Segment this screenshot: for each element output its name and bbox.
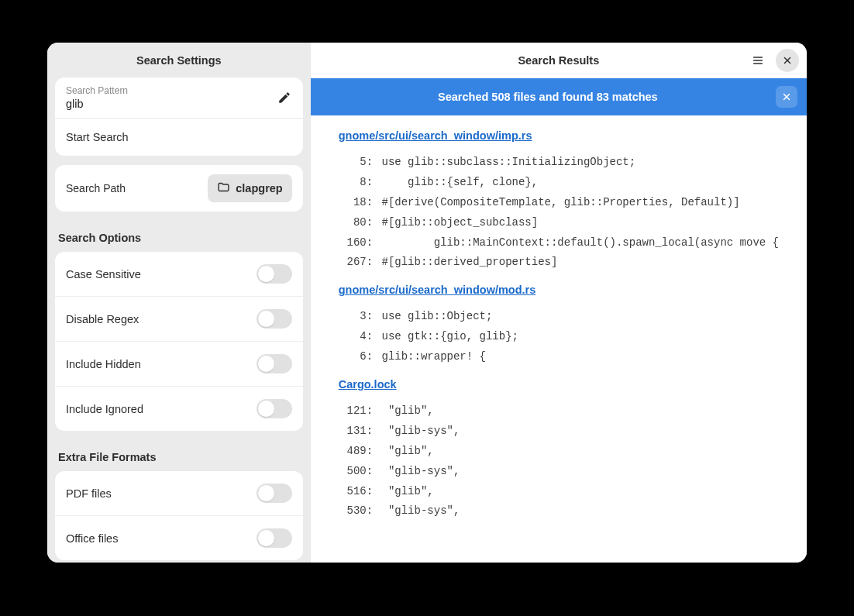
window-close-button[interactable] bbox=[776, 49, 799, 72]
main-panel: Search Results Searched 508 files and fo… bbox=[311, 43, 807, 563]
options-row: Include Hidden bbox=[55, 342, 303, 387]
match-text: "glib", bbox=[382, 482, 434, 502]
option-label: Include Ignored bbox=[66, 403, 143, 415]
match-line[interactable]: 18: #[derive(CompositeTemplate, glib::Pr… bbox=[339, 193, 779, 213]
match-text: "glib", bbox=[382, 442, 434, 462]
options-row: Disable Regex bbox=[55, 297, 303, 342]
hamburger-menu-button[interactable] bbox=[746, 49, 770, 72]
line-number: 500 bbox=[339, 462, 367, 482]
option-label: PDF files bbox=[66, 487, 112, 500]
sidebar-title: Search Settings bbox=[47, 43, 311, 77]
match-text: #[derive(CompositeTemplate, glib::Proper… bbox=[382, 193, 740, 213]
extra-row: Office files bbox=[55, 516, 303, 560]
toggle-switch[interactable] bbox=[257, 264, 292, 284]
match-line[interactable]: 500: "glib-sys", bbox=[339, 462, 779, 482]
line-number: 18 bbox=[339, 193, 367, 213]
line-number: 267 bbox=[339, 253, 367, 273]
main-header: Search Results bbox=[311, 43, 807, 78]
line-number: 80 bbox=[339, 213, 367, 233]
line-number: 6 bbox=[339, 347, 367, 367]
search-path-value: clapgrep bbox=[236, 182, 282, 194]
match-text: "glib-sys", bbox=[382, 501, 460, 521]
search-path-label: Search Path bbox=[66, 182, 126, 194]
search-options-title: Search Options bbox=[55, 221, 303, 252]
match-text: use gtk::{gio, glib}; bbox=[382, 327, 518, 347]
sidebar-content: Search Pattern Start Search Search Path bbox=[47, 77, 311, 563]
search-pattern-label: Search Pattern bbox=[66, 85, 277, 96]
line-number: 160 bbox=[339, 233, 367, 253]
match-text: use glib::subclass::InitializingObject; bbox=[382, 153, 636, 173]
results-list[interactable]: gnome/src/ui/search_window/imp.rs5: use … bbox=[311, 115, 807, 563]
toggle-switch[interactable] bbox=[257, 484, 292, 503]
banner-text: Searched 508 files and found 83 matches bbox=[320, 91, 776, 103]
line-number: 121 bbox=[339, 401, 367, 422]
line-number: 3 bbox=[339, 307, 367, 327]
results-banner: Searched 508 files and found 83 matches bbox=[311, 78, 807, 115]
match-line[interactable]: 267: #[glib::derived_properties] bbox=[339, 253, 779, 273]
line-number: 530 bbox=[339, 501, 367, 521]
match-line[interactable]: 4: use gtk::{gio, glib}; bbox=[339, 327, 779, 347]
folder-icon bbox=[217, 181, 230, 196]
line-number: 8 bbox=[339, 173, 367, 193]
search-pattern-card: Search Pattern Start Search bbox=[55, 77, 303, 156]
match-line[interactable]: 5: use glib::subclass::InitializingObjec… bbox=[339, 153, 779, 173]
sidebar: Search Settings Search Pattern Start Sea… bbox=[47, 43, 311, 563]
extra-row: PDF files bbox=[55, 471, 303, 516]
result-file-link[interactable]: Cargo.lock bbox=[339, 378, 779, 391]
search-options-card: Case SensitiveDisable RegexInclude Hidde… bbox=[55, 252, 303, 431]
search-pattern-row[interactable]: Search Pattern bbox=[55, 77, 303, 119]
results-title: Search Results bbox=[311, 54, 807, 67]
match-text: "glib-sys", bbox=[382, 462, 460, 482]
line-number: 4 bbox=[339, 327, 367, 347]
match-text: "glib", bbox=[382, 401, 434, 422]
match-line[interactable]: 80: #[glib::object_subclass] bbox=[339, 213, 779, 233]
match-line[interactable]: 8: glib::{self, clone}, bbox=[339, 173, 779, 193]
match-line[interactable]: 3: use glib::Object; bbox=[339, 307, 779, 327]
pencil-icon[interactable] bbox=[277, 90, 292, 105]
match-text: #[glib::derived_properties] bbox=[382, 253, 558, 273]
match-text: use glib::Object; bbox=[382, 307, 493, 327]
line-number: 5 bbox=[339, 153, 367, 173]
option-label: Disable Regex bbox=[66, 313, 139, 325]
search-path-button[interactable]: clapgrep bbox=[208, 174, 291, 202]
match-line[interactable]: 131: "glib-sys", bbox=[339, 422, 779, 442]
option-label: Include Hidden bbox=[66, 358, 141, 370]
extra-formats-title: Extra File Formats bbox=[55, 440, 303, 471]
line-number: 489 bbox=[339, 442, 367, 462]
toggle-switch[interactable] bbox=[257, 354, 292, 373]
result-file-link[interactable]: gnome/src/ui/search_window/mod.rs bbox=[339, 284, 779, 296]
search-path-card: Search Path clapgrep bbox=[55, 165, 303, 212]
match-text: glib::{self, clone}, bbox=[382, 173, 539, 193]
match-text: glib::wrapper! { bbox=[382, 347, 486, 367]
extra-formats-card: PDF filesOffice files bbox=[55, 471, 303, 560]
option-label: Case Sensitive bbox=[66, 268, 141, 280]
match-text: "glib-sys", bbox=[382, 422, 460, 442]
toggle-switch[interactable] bbox=[257, 309, 292, 329]
toggle-switch[interactable] bbox=[257, 399, 292, 418]
banner-close-button[interactable] bbox=[776, 86, 797, 108]
match-line[interactable]: 489: "glib", bbox=[339, 442, 779, 462]
match-line[interactable]: 516: "glib", bbox=[339, 482, 779, 502]
match-line[interactable]: 121: "glib", bbox=[339, 401, 779, 422]
toggle-switch[interactable] bbox=[257, 528, 292, 548]
match-line[interactable]: 6: glib::wrapper! { bbox=[339, 347, 779, 367]
match-line[interactable]: 530: "glib-sys", bbox=[339, 501, 779, 521]
app-window: Search Settings Search Pattern Start Sea… bbox=[47, 43, 807, 563]
option-label: Office files bbox=[66, 532, 118, 545]
match-line[interactable]: 160: glib::MainContext::default().spawn_… bbox=[339, 233, 779, 253]
line-number: 131 bbox=[339, 422, 367, 442]
match-text: #[glib::object_subclass] bbox=[382, 213, 539, 233]
start-search-button[interactable]: Start Search bbox=[55, 119, 303, 156]
result-file-link[interactable]: gnome/src/ui/search_window/imp.rs bbox=[339, 129, 779, 142]
line-number: 516 bbox=[339, 482, 367, 502]
match-text: glib::MainContext::default().spawn_local… bbox=[382, 233, 779, 253]
search-pattern-input[interactable] bbox=[66, 98, 277, 110]
options-row: Case Sensitive bbox=[55, 252, 303, 297]
options-row: Include Ignored bbox=[55, 387, 303, 431]
